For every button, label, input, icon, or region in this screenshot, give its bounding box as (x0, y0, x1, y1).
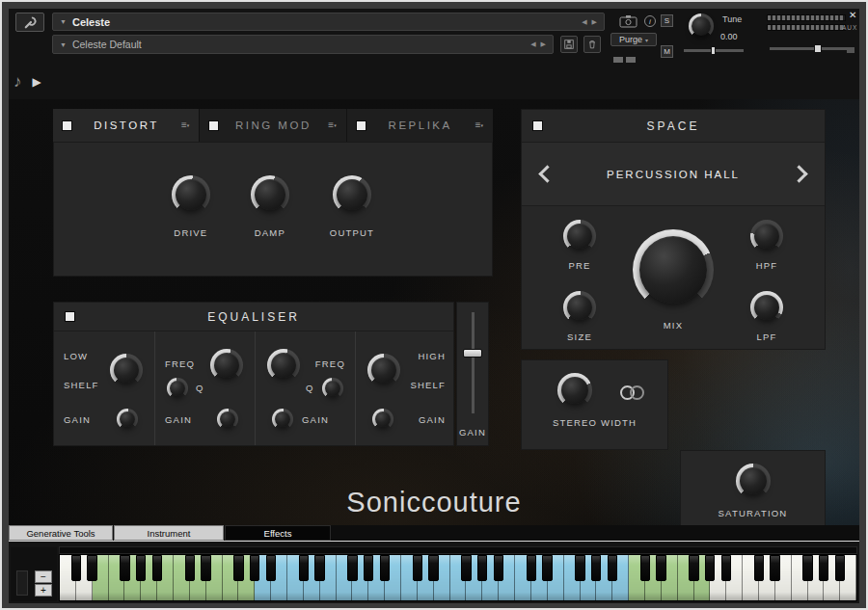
delete-button[interactable] (583, 36, 601, 53)
prev-instrument-icon[interactable]: ◀ (582, 18, 586, 26)
black-key[interactable] (835, 555, 845, 581)
close-icon[interactable]: ✕ (849, 10, 856, 20)
black-key[interactable] (299, 555, 309, 581)
lpf-knob[interactable] (750, 291, 783, 324)
info-icon[interactable]: i (644, 15, 656, 27)
octave-up-button[interactable]: + (35, 584, 52, 597)
black-key[interactable] (413, 555, 422, 581)
hpf-knob[interactable] (750, 220, 783, 252)
space-preset-name[interactable]: PERCUSSION HALL (554, 169, 793, 180)
black-key[interactable] (233, 555, 243, 581)
save-button[interactable] (560, 36, 578, 53)
preset-name: Celeste Default (72, 39, 142, 50)
edit-wrench-button[interactable] (15, 13, 44, 32)
black-key[interactable] (770, 555, 779, 581)
tab-instrument[interactable]: Instrument (114, 525, 224, 541)
black-key[interactable] (136, 555, 146, 581)
ringmod-preset-menu-icon[interactable]: ≡▾ (328, 121, 336, 129)
tab-ring-mod[interactable]: RING MOD ≡▾ (200, 109, 346, 142)
keyboard-scrollbar[interactable] (59, 546, 857, 554)
black-key[interactable] (120, 555, 129, 581)
mix-knob[interactable] (633, 229, 714, 310)
black-key[interactable] (527, 555, 536, 581)
page-tab-bar: Generative Tools Instrument Effects (9, 525, 859, 542)
prev-preset-icon[interactable]: ◀ (530, 40, 535, 48)
damp-knob[interactable] (251, 175, 289, 214)
black-key[interactable] (364, 555, 373, 581)
next-instrument-icon[interactable]: ▶ (592, 18, 597, 26)
eq-band1-freq-knob[interactable] (210, 349, 243, 382)
solo-button[interactable]: S (661, 14, 673, 27)
eq-band1-gain-knob[interactable] (217, 409, 238, 430)
tune-knob[interactable] (689, 13, 714, 39)
tab-distort[interactable]: DISTORT ≡▾ (53, 109, 200, 142)
black-key[interactable] (494, 555, 503, 581)
black-key[interactable] (802, 555, 812, 581)
black-key[interactable] (542, 555, 552, 581)
black-key[interactable] (705, 555, 715, 581)
tab-replika[interactable]: REPLIKA ≡▾ (347, 109, 493, 142)
black-key[interactable] (575, 555, 584, 581)
replika-preset-menu-icon[interactable]: ≡▾ (475, 121, 483, 129)
black-key[interactable] (819, 555, 828, 581)
octave-down-button[interactable]: − (35, 570, 52, 583)
black-key[interactable] (71, 555, 81, 581)
black-key[interactable] (608, 555, 617, 581)
black-key[interactable] (754, 555, 764, 581)
snapshot-camera-button[interactable] (618, 14, 639, 29)
purge-dropdown[interactable]: Purge ▾ (610, 33, 657, 46)
black-key[interactable] (640, 555, 650, 581)
black-key[interactable] (201, 555, 210, 581)
distort-preset-menu-icon[interactable]: ≡▾ (181, 121, 189, 129)
next-preset-icon[interactable]: ▶ (541, 40, 546, 48)
stereo-width-knob[interactable] (557, 373, 592, 408)
eq-band1-q-knob[interactable] (167, 378, 188, 399)
black-key[interactable] (185, 555, 195, 581)
mute-button[interactable]: M (661, 45, 673, 58)
eq-band2-gain-knob[interactable] (272, 409, 293, 430)
eq-high-gain-knob[interactable] (372, 409, 393, 430)
next-preset-chevron-icon[interactable] (790, 165, 807, 182)
collapse-arrow-icon[interactable]: ▼ (60, 41, 67, 48)
black-key[interactable] (250, 555, 259, 581)
black-key[interactable] (266, 555, 276, 581)
pre-knob[interactable] (563, 220, 596, 252)
size-knob[interactable] (563, 291, 596, 324)
black-key[interactable] (461, 555, 471, 581)
gain-slider-track[interactable] (472, 312, 475, 413)
pan-slider[interactable] (684, 49, 744, 52)
play-triangle-icon[interactable]: ▶ (33, 75, 41, 89)
black-key[interactable] (721, 555, 731, 581)
drive-knob[interactable] (172, 175, 210, 214)
black-key[interactable] (314, 555, 324, 581)
tab-generative-tools[interactable]: Generative Tools (9, 525, 113, 541)
aux-label[interactable]: AUX (842, 24, 857, 31)
instrument-name: Celeste (72, 16, 110, 28)
volume-slider[interactable] (770, 47, 847, 50)
distort-power-toggle[interactable] (63, 121, 71, 130)
black-key[interactable] (87, 555, 96, 581)
gain-slider-handle[interactable] (463, 349, 482, 358)
replika-power-toggle[interactable] (357, 121, 366, 130)
instrument-name-bar[interactable]: ▼ Celeste ◀ ▶ (52, 13, 605, 31)
eq-high-freq-knob[interactable] (367, 354, 400, 386)
black-key[interactable] (477, 555, 487, 581)
black-key[interactable] (347, 555, 357, 581)
eq-low-freq-knob[interactable] (110, 354, 143, 386)
tab-effects[interactable]: Effects (225, 525, 331, 541)
black-key[interactable] (152, 555, 162, 581)
music-note-icon[interactable]: ♪ (14, 72, 22, 92)
ringmod-power-toggle[interactable] (209, 121, 218, 130)
black-key[interactable] (380, 555, 390, 581)
output-knob[interactable] (333, 175, 371, 214)
eq-band2-freq-knob[interactable] (267, 349, 300, 382)
collapse-arrow-icon[interactable]: ▼ (60, 18, 67, 25)
black-key[interactable] (689, 555, 698, 581)
preset-name-bar[interactable]: ▼ Celeste Default ◀ ▶ (52, 35, 554, 54)
tune-value[interactable]: 0.00 (720, 32, 738, 41)
eq-band2-q-knob[interactable] (322, 378, 343, 399)
eq-low-gain-knob[interactable] (117, 409, 138, 430)
black-key[interactable] (428, 555, 438, 581)
black-key[interactable] (656, 555, 665, 581)
black-key[interactable] (591, 555, 601, 581)
